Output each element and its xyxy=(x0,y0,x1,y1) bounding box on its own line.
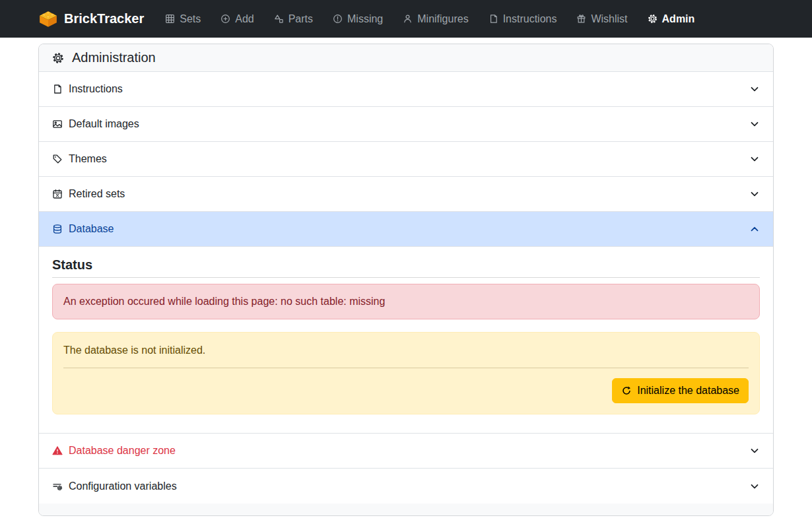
gear-icon xyxy=(648,14,658,24)
nav-item-label: Sets xyxy=(180,13,201,25)
accordion-item-instructions[interactable]: Instructions xyxy=(39,72,773,107)
status-heading: Status xyxy=(52,257,760,272)
brick-logo-icon xyxy=(38,11,58,28)
file-icon xyxy=(52,84,63,94)
gear-icon xyxy=(52,52,64,64)
warning-alert-actions: Initialize the database xyxy=(63,378,749,403)
accordion-item-label: Retired sets xyxy=(69,188,125,200)
plus-circle-icon xyxy=(220,14,230,24)
file-icon xyxy=(489,14,498,24)
accordion-item-label: Database xyxy=(69,223,114,235)
accordion-item-database-danger-zone[interactable]: Database danger zone xyxy=(39,434,773,469)
nav-item-label: Parts xyxy=(288,13,313,25)
accordion-item-label: Database danger zone xyxy=(69,445,176,457)
divider xyxy=(63,368,749,368)
database-panel: Status An exception occured while loadin… xyxy=(39,247,773,434)
image-icon xyxy=(52,119,63,129)
nav-item-sets[interactable]: Sets xyxy=(165,13,201,25)
accordion-item-configuration-variables[interactable]: Configuration variables xyxy=(39,469,773,504)
chevron-down-icon xyxy=(749,189,760,199)
nav-item-wishlist[interactable]: Wishlist xyxy=(576,13,627,25)
navbar-container: BrickTracker Sets Add Parts Missing xyxy=(38,11,774,28)
top-navbar: BrickTracker Sets Add Parts Missing xyxy=(0,0,812,38)
warning-alert: The database is not initialized. Initial… xyxy=(52,332,760,414)
nav-list: Sets Add Parts Missing Minifigures xyxy=(165,13,694,25)
chevron-down-icon xyxy=(749,84,760,94)
accordion-item-label: Configuration variables xyxy=(69,480,177,492)
calendar-x-icon xyxy=(52,189,63,199)
nav-item-label: Minifigures xyxy=(417,13,468,25)
exclamation-circle-icon xyxy=(333,14,343,24)
warning-triangle-icon xyxy=(52,445,63,456)
divider xyxy=(52,277,760,278)
page-title: Administration xyxy=(39,44,773,72)
config-sliders-icon xyxy=(52,481,63,492)
nav-item-missing[interactable]: Missing xyxy=(333,13,383,25)
accordion-item-themes[interactable]: Themes xyxy=(39,142,773,177)
grid-icon xyxy=(165,14,175,24)
database-icon xyxy=(52,224,63,234)
nav-item-label: Wishlist xyxy=(591,13,627,25)
person-icon xyxy=(403,14,413,24)
chevron-down-icon xyxy=(749,154,760,164)
nav-item-parts[interactable]: Parts xyxy=(274,13,313,25)
error-alert: An exception occured while loading this … xyxy=(52,284,760,319)
card-footer xyxy=(39,504,773,515)
brand-label: BrickTracker xyxy=(64,11,144,26)
accordion-item-default-images[interactable]: Default images xyxy=(39,107,773,142)
nav-item-label: Instructions xyxy=(503,13,557,25)
nav-item-admin[interactable]: Admin xyxy=(648,13,695,25)
chevron-down-icon xyxy=(749,481,760,492)
accordion-item-label: Instructions xyxy=(69,83,123,95)
chevron-up-icon xyxy=(749,224,760,234)
initialize-database-label: Initialize the database xyxy=(637,385,739,397)
nav-item-label: Missing xyxy=(347,13,383,25)
nav-item-minifigures[interactable]: Minifigures xyxy=(403,13,468,25)
nav-item-instructions[interactable]: Instructions xyxy=(489,13,557,25)
initialize-database-button[interactable]: Initialize the database xyxy=(612,378,749,403)
chevron-down-icon xyxy=(749,445,760,456)
chevron-down-icon xyxy=(749,119,760,129)
accordion-item-label: Default images xyxy=(69,118,139,130)
arrow-clockwise-icon xyxy=(621,385,632,396)
nav-item-label: Admin xyxy=(662,13,695,25)
administration-card: Administration Instructions Default imag… xyxy=(38,44,774,516)
brand-link[interactable]: BrickTracker xyxy=(38,11,144,28)
page-title-label: Administration xyxy=(72,49,156,66)
accordion-item-database[interactable]: Database xyxy=(39,212,773,247)
nav-item-add[interactable]: Add xyxy=(220,13,254,25)
gift-icon xyxy=(576,14,586,24)
tag-icon xyxy=(52,154,63,164)
shapes-icon xyxy=(274,14,284,24)
nav-item-label: Add xyxy=(235,13,254,25)
accordion-item-retired-sets[interactable]: Retired sets xyxy=(39,177,773,212)
accordion-item-label: Themes xyxy=(69,153,107,165)
warning-alert-text: The database is not initialized. xyxy=(63,343,749,358)
